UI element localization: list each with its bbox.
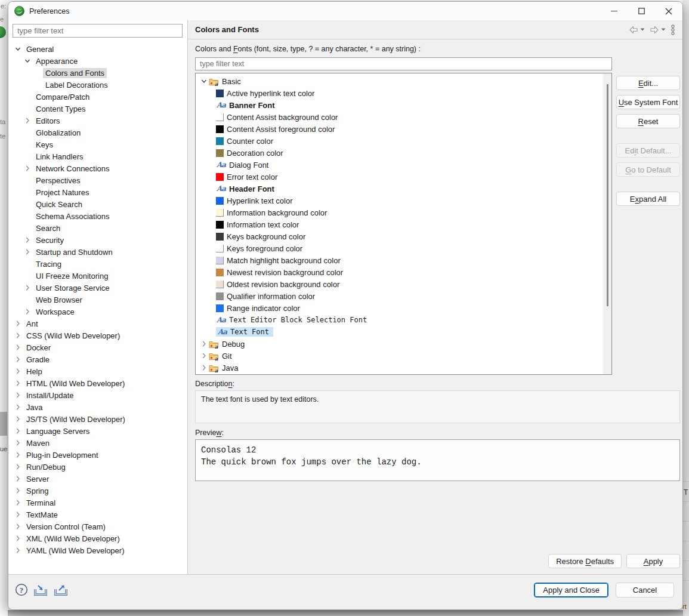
chevron-right-icon[interactable] <box>13 366 23 376</box>
sidebar-item-yaml-wild-web-developer[interactable]: YAML (Wild Web Developer) <box>8 544 187 556</box>
tree-item-text-editor-block-selection-font[interactable]: AaText Editor Block Selection Font <box>196 314 603 326</box>
tree-item-active-hyperlink-text-color[interactable]: Active hyperlink text color <box>196 87 603 99</box>
chevron-down-icon[interactable] <box>199 76 209 86</box>
sidebar-item-security[interactable]: Security <box>8 234 187 246</box>
tree-item-oldest-revision-background-color[interactable]: Oldest revision background color <box>196 278 603 290</box>
sidebar-item-js-ts-wild-web-developer[interactable]: JS/TS (Wild Web Developer) <box>8 413 187 425</box>
chevron-right-icon[interactable] <box>13 462 23 472</box>
sidebar-item-appearance[interactable]: Appearance <box>8 55 187 67</box>
tree-item-information-text-color[interactable]: Information text color <box>196 218 603 230</box>
sidebar-filter-input[interactable] <box>13 24 183 38</box>
sidebar-item-compare-patch[interactable]: Compare/Patch <box>8 91 187 103</box>
sidebar-item-workspace[interactable]: Workspace <box>8 306 187 318</box>
chevron-right-icon[interactable] <box>23 283 32 292</box>
tree-item-hyperlink-text-color[interactable]: Hyperlink text color <box>196 195 603 207</box>
tree-item-basic[interactable]: aBasic <box>196 75 603 87</box>
sidebar-item-xml-wild-web-developer[interactable]: XML (Wild Web Developer) <box>8 532 187 544</box>
sidebar-item-project-natures[interactable]: Project Natures <box>8 186 187 198</box>
chevron-down-icon[interactable] <box>13 44 23 54</box>
chevron-right-icon[interactable] <box>13 378 23 388</box>
chevron-right-icon[interactable] <box>23 307 32 316</box>
tree-item-counter-color[interactable]: Counter color <box>196 135 603 147</box>
apply-and-close-button[interactable]: Apply and Close <box>534 583 608 597</box>
chevron-down-icon[interactable] <box>23 56 32 66</box>
help-button[interactable]: ? <box>15 583 28 596</box>
sidebar-item-terminal[interactable]: Terminal <box>8 497 187 509</box>
tree-item-decoration-color[interactable]: Decoration color <box>196 147 603 159</box>
chevron-right-icon[interactable] <box>13 355 23 364</box>
chevron-right-icon[interactable] <box>23 164 32 173</box>
sidebar-item-docker[interactable]: Docker <box>8 341 187 353</box>
sidebar-item-plug-in-development[interactable]: Plug-in Development <box>8 449 187 461</box>
chevron-right-icon[interactable] <box>13 474 23 483</box>
sidebar-item-java[interactable]: Java <box>8 401 187 413</box>
sidebar-item-perspectives[interactable]: Perspectives <box>8 174 187 186</box>
chevron-right-icon[interactable] <box>199 351 209 361</box>
sidebar-item-label-decorations[interactable]: Label Decorations <box>8 79 187 91</box>
chevron-right-icon[interactable] <box>13 486 23 495</box>
fonts-filter-input[interactable] <box>195 57 612 70</box>
tree-item-range-indicator-color[interactable]: Range indicator color <box>196 302 603 314</box>
sidebar-item-install-update[interactable]: Install/Update <box>8 389 187 401</box>
tree-item-banner-font[interactable]: AaBanner Font <box>196 99 603 111</box>
sidebar-item-user-storage-service[interactable]: User Storage Service <box>8 282 187 294</box>
chevron-right-icon[interactable] <box>199 339 209 349</box>
sidebar-item-textmate[interactable]: TextMate <box>8 509 187 520</box>
chevron-right-icon[interactable] <box>199 363 209 372</box>
chevron-right-icon[interactable] <box>13 438 23 448</box>
sidebar-item-content-types[interactable]: Content Types <box>8 103 187 115</box>
minimize-button[interactable] <box>600 2 628 20</box>
chevron-right-icon[interactable] <box>23 247 32 257</box>
chevron-right-icon[interactable] <box>13 450 23 460</box>
sidebar-item-server[interactable]: Server <box>8 473 187 485</box>
sidebar-item-maven[interactable]: Maven <box>8 437 187 449</box>
sidebar-item-web-browser[interactable]: Web Browser <box>8 294 187 306</box>
chevron-right-icon[interactable] <box>13 331 23 340</box>
sidebar-item-help[interactable]: Help <box>8 365 187 377</box>
tree-item-debug[interactable]: aDebug <box>196 338 603 350</box>
tree-item-dialog-font[interactable]: AaDialog Font <box>196 159 603 171</box>
tree-item-qualifier-information-color[interactable]: Qualifier information color <box>196 290 603 302</box>
sidebar-item-html-wild-web-developer[interactable]: HTML (Wild Web Developer) <box>8 377 187 389</box>
chevron-right-icon[interactable] <box>13 522 23 531</box>
tree-item-newest-revision-background-color[interactable]: Newest revision background color <box>196 266 603 278</box>
sidebar-item-gradle[interactable]: Gradle <box>8 353 187 365</box>
tree-item-match-highlight-background-color[interactable]: Match highlight background color <box>196 254 603 266</box>
scrollbar-thumb[interactable] <box>607 84 608 306</box>
chevron-right-icon[interactable] <box>23 116 32 125</box>
title-bar[interactable]: Preferences <box>8 2 682 20</box>
sidebar-item-link-handlers[interactable]: Link Handlers <box>8 150 187 162</box>
sidebar-item-startup-and-shutdown[interactable]: Startup and Shutdown <box>8 246 187 258</box>
export-button[interactable] <box>54 584 69 596</box>
tree-item-header-font[interactable]: AaHeader Font <box>196 183 603 195</box>
sidebar-item-ui-freeze-monitoring[interactable]: UI Freeze Monitoring <box>8 270 187 282</box>
sidebar-item-run-debug[interactable]: Run/Debug <box>8 461 187 473</box>
chevron-right-icon[interactable] <box>13 546 23 555</box>
chevron-right-icon[interactable] <box>13 343 23 352</box>
maximize-button[interactable] <box>628 2 655 20</box>
chevron-right-icon[interactable] <box>13 414 23 424</box>
sidebar-item-general[interactable]: General <box>8 43 187 55</box>
sidebar-item-tracing[interactable]: Tracing <box>8 258 187 270</box>
sidebar-item-ant[interactable]: Ant <box>8 318 187 329</box>
chevron-right-icon[interactable] <box>13 510 23 519</box>
expand-all-button[interactable]: Expand All <box>616 192 680 206</box>
forward-button[interactable] <box>648 24 667 35</box>
sidebar-item-globalization[interactable]: Globalization <box>8 127 187 138</box>
sidebar-item-editors[interactable]: Editors <box>8 115 187 127</box>
sidebar-item-network-connections[interactable]: Network Connections <box>8 162 187 174</box>
sidebar-item-keys[interactable]: Keys <box>8 138 187 150</box>
chevron-right-icon[interactable] <box>23 235 32 245</box>
tree-item-keys-background-color[interactable]: Keys background color <box>196 230 603 242</box>
tree-item-content-assist-foreground-color[interactable]: Content Assist foreground color <box>196 123 603 135</box>
sidebar-item-schema-associations[interactable]: Schema Associations <box>8 210 187 222</box>
sidebar-item-version-control-team[interactable]: Version Control (Team) <box>8 520 187 532</box>
sidebar-item-css-wild-web-developer[interactable]: CSS (Wild Web Developer) <box>8 329 187 341</box>
tree-item-java[interactable]: aJava <box>196 362 603 374</box>
restore-defaults-button[interactable]: Restore Defaults <box>548 554 622 568</box>
chevron-right-icon[interactable] <box>13 390 23 400</box>
tree-item-keys-foreground-color[interactable]: Keys foreground color <box>196 242 603 254</box>
tree-item-information-background-color[interactable]: Information background color <box>196 207 603 218</box>
reset-button[interactable]: Reset <box>616 114 680 128</box>
sidebar-item-language-servers[interactable]: Language Servers <box>8 425 187 437</box>
